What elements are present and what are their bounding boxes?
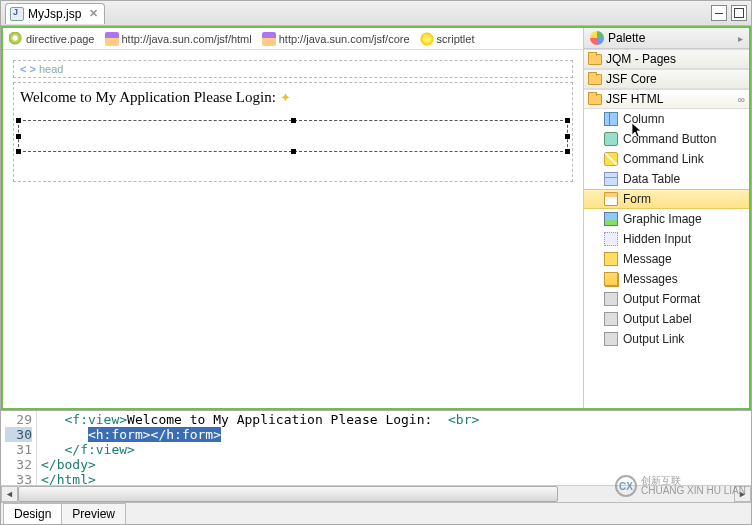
- palette-icon: [590, 31, 604, 45]
- palette-item-form[interactable]: Form: [584, 189, 749, 209]
- palette-header[interactable]: Palette ▸: [584, 28, 749, 49]
- scriptlet-item[interactable]: scriptlet: [420, 32, 475, 46]
- form-component[interactable]: [18, 120, 568, 152]
- palette-item-command-button[interactable]: Command Button: [584, 129, 749, 149]
- selected-code: <h:form></h:form>: [88, 427, 221, 442]
- folder-icon: [588, 54, 602, 65]
- palette-panel: Palette ▸ JQM - Pages JSF Core JSF HTML …: [583, 28, 749, 408]
- scroll-thumb[interactable]: [18, 486, 558, 502]
- scriptlet-icon: [420, 32, 434, 46]
- cursor-marker-icon: ✦: [280, 90, 291, 105]
- palette-item-list: Column Command Button Command Link Data …: [584, 109, 749, 408]
- head-section[interactable]: < > head: [13, 60, 573, 78]
- palette-item-command-link[interactable]: Command Link: [584, 149, 749, 169]
- table-icon: [604, 172, 618, 186]
- taglib-core-item[interactable]: http://java.sun.com/jsf/core: [262, 32, 410, 46]
- palette-title: Palette: [608, 31, 645, 45]
- scroll-left-button[interactable]: ◄: [1, 486, 18, 502]
- source-code[interactable]: <f:view>Welcome to My Application Please…: [37, 411, 751, 485]
- palette-category-jqm[interactable]: JQM - Pages: [584, 49, 749, 69]
- taglib-icon: [105, 32, 119, 46]
- output-icon: [604, 332, 618, 346]
- form-icon: [604, 192, 618, 206]
- line-gutter: 29 30 31 32 33: [1, 411, 37, 485]
- preview-tab[interactable]: Preview: [61, 503, 126, 524]
- palette-item-messages[interactable]: Messages: [584, 269, 749, 289]
- close-icon[interactable]: ✕: [85, 7, 98, 20]
- head-label: head: [39, 63, 63, 75]
- maximize-button[interactable]: [731, 5, 747, 21]
- palette-item-hidden-input[interactable]: Hidden Input: [584, 229, 749, 249]
- collapse-icon[interactable]: ∞: [738, 94, 745, 105]
- taglib-html-item[interactable]: http://java.sun.com/jsf/html: [105, 32, 252, 46]
- body-welcome-text: Welcome to My Application Please Login: …: [18, 87, 568, 116]
- taglib-icon: [262, 32, 276, 46]
- image-icon: [604, 212, 618, 226]
- head-tag-icon: < >: [20, 63, 36, 75]
- palette-item-output-link[interactable]: Output Link: [584, 329, 749, 349]
- file-tab-label: MyJsp.jsp: [28, 7, 81, 21]
- link-icon: [604, 152, 618, 166]
- palette-menu-icon[interactable]: ▸: [738, 33, 743, 44]
- watermark-icon: CX: [615, 475, 637, 497]
- column-icon: [604, 112, 618, 126]
- palette-item-data-table[interactable]: Data Table: [584, 169, 749, 189]
- palette-item-output-format[interactable]: Output Format: [584, 289, 749, 309]
- palette-item-column[interactable]: Column: [584, 109, 749, 129]
- hidden-input-icon: [604, 232, 618, 246]
- directive-icon: [9, 32, 23, 46]
- design-tab[interactable]: Design: [3, 503, 62, 524]
- folder-icon: [588, 74, 602, 85]
- jsp-file-icon: [10, 7, 24, 21]
- directive-item[interactable]: directive.page: [9, 32, 95, 46]
- messages-icon: [604, 272, 618, 286]
- palette-category-jsfcore[interactable]: JSF Core: [584, 69, 749, 89]
- body-section[interactable]: Welcome to My Application Please Login: …: [13, 82, 573, 182]
- design-canvas[interactable]: < > head Welcome to My Application Pleas…: [3, 50, 583, 408]
- file-tab[interactable]: MyJsp.jsp ✕: [5, 3, 105, 24]
- palette-item-output-label[interactable]: Output Label: [584, 309, 749, 329]
- watermark: CX 创新互联CHUANG XIN HU LIAN: [615, 475, 746, 497]
- palette-category-jsfhtml[interactable]: JSF HTML ∞: [584, 89, 749, 109]
- minimize-button[interactable]: [711, 5, 727, 21]
- editor-toolbar: directive.page http://java.sun.com/jsf/h…: [3, 28, 583, 50]
- palette-item-graphic-image[interactable]: Graphic Image: [584, 209, 749, 229]
- palette-item-message[interactable]: Message: [584, 249, 749, 269]
- output-icon: [604, 312, 618, 326]
- view-tabs: Design Preview: [1, 502, 751, 524]
- output-icon: [604, 292, 618, 306]
- editor-tabbar: MyJsp.jsp ✕: [1, 1, 751, 26]
- button-icon: [604, 132, 618, 146]
- folder-icon: [588, 94, 602, 105]
- message-icon: [604, 252, 618, 266]
